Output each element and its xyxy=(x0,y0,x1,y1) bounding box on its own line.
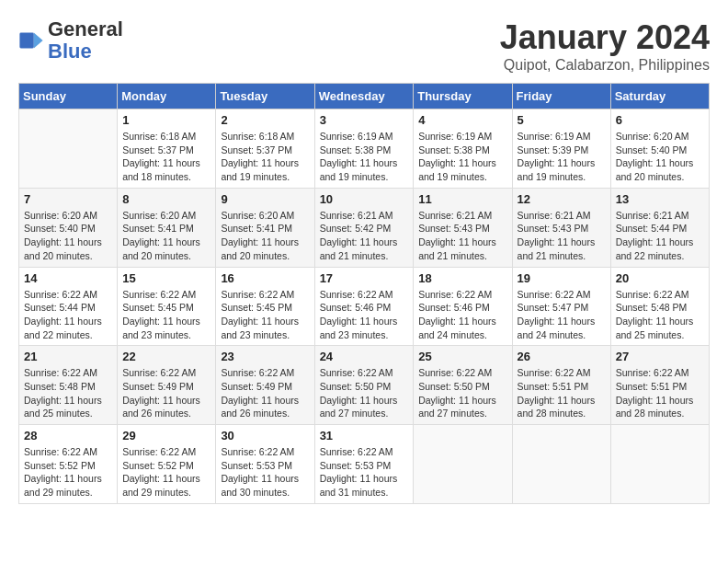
day-info: Sunrise: 6:22 AM Sunset: 5:47 PM Dayligh… xyxy=(518,288,606,342)
day-info: Sunrise: 6:20 AM Sunset: 5:41 PM Dayligh… xyxy=(122,209,210,263)
calendar-cell: 31Sunrise: 6:22 AM Sunset: 5:53 PM Dayli… xyxy=(314,425,414,504)
day-info: Sunrise: 6:20 AM Sunset: 5:40 PM Dayligh… xyxy=(24,209,112,263)
day-number: 9 xyxy=(221,192,309,206)
day-info: Sunrise: 6:22 AM Sunset: 5:52 PM Dayligh… xyxy=(24,445,112,500)
day-number: 17 xyxy=(320,271,409,285)
calendar-cell: 27Sunrise: 6:22 AM Sunset: 5:51 PM Dayli… xyxy=(610,346,709,425)
calendar-week-row: 21Sunrise: 6:22 AM Sunset: 5:48 PM Dayli… xyxy=(19,346,710,425)
day-number: 10 xyxy=(320,192,409,206)
day-info: Sunrise: 6:18 AM Sunset: 5:37 PM Dayligh… xyxy=(122,130,210,184)
month-title: January 2024 xyxy=(500,18,710,57)
day-number: 2 xyxy=(221,113,309,127)
calendar-cell: 25Sunrise: 6:22 AM Sunset: 5:50 PM Dayli… xyxy=(414,346,512,425)
day-info: Sunrise: 6:22 AM Sunset: 5:45 PM Dayligh… xyxy=(221,288,309,342)
day-number: 14 xyxy=(24,271,112,285)
day-info: Sunrise: 6:22 AM Sunset: 5:48 PM Dayligh… xyxy=(616,288,704,342)
day-info: Sunrise: 6:19 AM Sunset: 5:39 PM Dayligh… xyxy=(518,130,606,184)
calendar-cell: 4Sunrise: 6:19 AM Sunset: 5:38 PM Daylig… xyxy=(414,109,512,189)
calendar-cell: 29Sunrise: 6:22 AM Sunset: 5:52 PM Dayli… xyxy=(118,425,216,504)
page-header: General Blue January 2024 Quipot, Calaba… xyxy=(18,18,710,74)
day-info: Sunrise: 6:20 AM Sunset: 5:40 PM Dayligh… xyxy=(616,130,704,184)
day-number: 16 xyxy=(221,271,309,285)
day-number: 11 xyxy=(418,192,506,206)
day-number: 25 xyxy=(418,350,506,363)
calendar-cell: 1Sunrise: 6:18 AM Sunset: 5:37 PM Daylig… xyxy=(118,109,216,189)
calendar-cell: 5Sunrise: 6:19 AM Sunset: 5:39 PM Daylig… xyxy=(512,109,610,189)
calendar-cell: 13Sunrise: 6:21 AM Sunset: 5:44 PM Dayli… xyxy=(610,188,709,267)
calendar-cell: 21Sunrise: 6:22 AM Sunset: 5:48 PM Dayli… xyxy=(19,346,118,425)
calendar-cell: 3Sunrise: 6:19 AM Sunset: 5:38 PM Daylig… xyxy=(314,109,414,189)
calendar-cell xyxy=(512,425,610,504)
calendar-day-header: Friday xyxy=(512,84,610,109)
calendar-cell: 22Sunrise: 6:22 AM Sunset: 5:49 PM Dayli… xyxy=(118,346,216,425)
calendar-cell: 14Sunrise: 6:22 AM Sunset: 5:44 PM Dayli… xyxy=(19,267,118,346)
calendar-day-header: Saturday xyxy=(610,84,709,109)
calendar-cell xyxy=(414,425,512,504)
calendar-cell: 6Sunrise: 6:20 AM Sunset: 5:40 PM Daylig… xyxy=(610,109,709,189)
calendar-day-header: Sunday xyxy=(19,84,118,109)
calendar-cell: 11Sunrise: 6:21 AM Sunset: 5:43 PM Dayli… xyxy=(414,188,512,267)
day-number: 3 xyxy=(320,113,409,127)
day-info: Sunrise: 6:21 AM Sunset: 5:43 PM Dayligh… xyxy=(518,209,606,263)
day-info: Sunrise: 6:22 AM Sunset: 5:51 PM Dayligh… xyxy=(616,366,704,420)
calendar-cell: 17Sunrise: 6:22 AM Sunset: 5:46 PM Dayli… xyxy=(314,267,414,346)
calendar-cell: 7Sunrise: 6:20 AM Sunset: 5:40 PM Daylig… xyxy=(19,188,118,267)
calendar-cell: 8Sunrise: 6:20 AM Sunset: 5:41 PM Daylig… xyxy=(118,188,216,267)
day-info: Sunrise: 6:22 AM Sunset: 5:53 PM Dayligh… xyxy=(320,445,409,500)
logo-text: General Blue xyxy=(48,18,123,63)
day-number: 12 xyxy=(518,192,606,206)
logo-icon xyxy=(18,28,44,53)
day-number: 13 xyxy=(616,192,704,206)
day-number: 4 xyxy=(418,113,506,127)
day-info: Sunrise: 6:21 AM Sunset: 5:42 PM Dayligh… xyxy=(320,209,409,263)
day-number: 26 xyxy=(518,350,606,363)
day-number: 27 xyxy=(616,350,704,363)
calendar-cell: 19Sunrise: 6:22 AM Sunset: 5:47 PM Dayli… xyxy=(512,267,610,346)
calendar-day-header: Wednesday xyxy=(314,84,414,109)
day-info: Sunrise: 6:22 AM Sunset: 5:52 PM Dayligh… xyxy=(122,445,210,500)
calendar-week-row: 28Sunrise: 6:22 AM Sunset: 5:52 PM Dayli… xyxy=(19,425,710,504)
calendar-week-row: 1Sunrise: 6:18 AM Sunset: 5:37 PM Daylig… xyxy=(19,109,710,189)
calendar-cell: 20Sunrise: 6:22 AM Sunset: 5:48 PM Dayli… xyxy=(610,267,709,346)
calendar-day-header: Thursday xyxy=(414,84,512,109)
calendar-cell: 28Sunrise: 6:22 AM Sunset: 5:52 PM Dayli… xyxy=(19,425,118,504)
day-info: Sunrise: 6:22 AM Sunset: 5:45 PM Dayligh… xyxy=(122,288,210,342)
calendar-cell: 9Sunrise: 6:20 AM Sunset: 5:41 PM Daylig… xyxy=(216,188,314,267)
calendar-cell: 10Sunrise: 6:21 AM Sunset: 5:42 PM Dayli… xyxy=(314,188,414,267)
calendar-cell: 12Sunrise: 6:21 AM Sunset: 5:43 PM Dayli… xyxy=(512,188,610,267)
calendar-day-header: Monday xyxy=(118,84,216,109)
calendar-cell: 18Sunrise: 6:22 AM Sunset: 5:46 PM Dayli… xyxy=(414,267,512,346)
day-number: 7 xyxy=(24,192,112,206)
calendar-cell: 24Sunrise: 6:22 AM Sunset: 5:50 PM Dayli… xyxy=(314,346,414,425)
day-number: 23 xyxy=(221,350,309,363)
day-info: Sunrise: 6:20 AM Sunset: 5:41 PM Dayligh… xyxy=(221,209,309,263)
day-info: Sunrise: 6:22 AM Sunset: 5:49 PM Dayligh… xyxy=(221,366,309,420)
day-number: 30 xyxy=(221,429,309,442)
day-info: Sunrise: 6:19 AM Sunset: 5:38 PM Dayligh… xyxy=(418,130,506,184)
day-info: Sunrise: 6:22 AM Sunset: 5:50 PM Dayligh… xyxy=(320,366,409,420)
day-number: 19 xyxy=(518,271,606,285)
calendar-cell: 23Sunrise: 6:22 AM Sunset: 5:49 PM Dayli… xyxy=(216,346,314,425)
day-info: Sunrise: 6:22 AM Sunset: 5:44 PM Dayligh… xyxy=(24,288,112,342)
day-number: 29 xyxy=(122,429,210,442)
day-info: Sunrise: 6:22 AM Sunset: 5:50 PM Dayligh… xyxy=(418,366,506,420)
day-number: 28 xyxy=(24,429,112,442)
day-number: 15 xyxy=(122,271,210,285)
day-number: 21 xyxy=(24,350,112,363)
calendar-cell xyxy=(19,109,118,189)
title-block: January 2024 Quipot, Calabarzon, Philipp… xyxy=(500,18,710,74)
day-info: Sunrise: 6:22 AM Sunset: 5:48 PM Dayligh… xyxy=(24,366,112,420)
logo: General Blue xyxy=(18,18,123,63)
calendar-header-row: SundayMondayTuesdayWednesdayThursdayFrid… xyxy=(19,84,710,109)
day-number: 1 xyxy=(122,113,210,127)
day-number: 31 xyxy=(320,429,409,442)
day-number: 24 xyxy=(320,350,409,363)
day-info: Sunrise: 6:21 AM Sunset: 5:43 PM Dayligh… xyxy=(418,209,506,263)
day-number: 5 xyxy=(518,113,606,127)
day-number: 18 xyxy=(418,271,506,285)
calendar-cell: 30Sunrise: 6:22 AM Sunset: 5:53 PM Dayli… xyxy=(216,425,314,504)
calendar-week-row: 14Sunrise: 6:22 AM Sunset: 5:44 PM Dayli… xyxy=(19,267,710,346)
calendar-week-row: 7Sunrise: 6:20 AM Sunset: 5:40 PM Daylig… xyxy=(19,188,710,267)
day-info: Sunrise: 6:22 AM Sunset: 5:46 PM Dayligh… xyxy=(418,288,506,342)
calendar-cell: 15Sunrise: 6:22 AM Sunset: 5:45 PM Dayli… xyxy=(118,267,216,346)
